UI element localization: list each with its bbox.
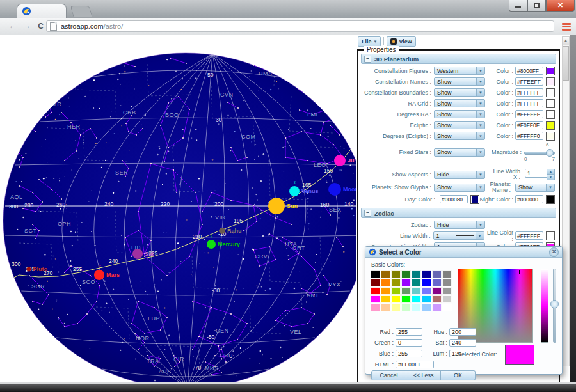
cancel-button[interactable]: Cancel <box>371 370 406 380</box>
planetarium-sphere[interactable]: LYRHERCRBBOOCVNUMALMICOMLEOSERAQLOPHSCTV… <box>0 35 356 382</box>
close-button[interactable]: ✕ <box>546 0 575 12</box>
palette-swatch[interactable] <box>391 270 401 278</box>
planets-name-dropdown[interactable]: Show▼ <box>515 184 555 192</box>
red-input[interactable]: 255 <box>396 328 422 336</box>
magnitude-slider[interactable]: 6 0 7 <box>524 148 555 157</box>
color-hex-input[interactable]: #FFEEFF <box>515 77 543 86</box>
blue-input[interactable]: 255 <box>396 350 422 357</box>
palette-swatch[interactable] <box>391 279 401 286</box>
palette-swatch[interactable] <box>381 295 390 303</box>
palette-swatch[interactable] <box>381 287 390 295</box>
palette-swatch[interactable] <box>371 270 380 278</box>
palette-swatch[interactable] <box>432 287 442 295</box>
value-dropdown[interactable]: Show▼ <box>434 99 485 107</box>
zodiac-line-color-swatch[interactable] <box>546 231 555 240</box>
value-dropdown[interactable]: Show▼ <box>434 77 485 86</box>
palette-swatch[interactable] <box>422 287 431 295</box>
maximize-button[interactable] <box>527 0 546 12</box>
luminance-bar[interactable] <box>541 269 548 343</box>
ok-button[interactable]: OK <box>441 370 476 380</box>
day-color-input[interactable]: #000080 <box>440 195 468 203</box>
dialog-titlebar[interactable]: Select a Color ✕ <box>365 247 562 258</box>
palette-swatch[interactable] <box>422 304 431 311</box>
palette-swatch[interactable] <box>371 304 380 311</box>
browser-tab[interactable] <box>17 4 67 18</box>
palette-swatch[interactable] <box>391 295 401 303</box>
color-swatch[interactable] <box>546 67 555 75</box>
palette-swatch[interactable] <box>432 279 442 286</box>
file-menu-button[interactable]: File▼ <box>358 36 381 47</box>
palette-swatch[interactable] <box>442 287 452 295</box>
color-hex-input[interactable]: #FFFFFF <box>515 88 543 97</box>
spin-up-icon[interactable]: ▲ <box>547 169 555 175</box>
palette-swatch[interactable] <box>371 287 380 295</box>
palette-swatch[interactable] <box>401 287 411 295</box>
line-width-x-spinner[interactable]: 1 ▲▼ <box>525 169 555 180</box>
color-hex-input[interactable]: #FFFFFF <box>515 110 543 118</box>
window-titlebar[interactable]: ✕ <box>0 0 576 19</box>
palette-swatch[interactable] <box>401 279 411 286</box>
palette-swatch[interactable] <box>381 304 390 311</box>
planet-moon[interactable] <box>328 183 341 196</box>
section-3d-planetarium[interactable]: − 3D Planetarium <box>361 54 556 64</box>
color-hex-input[interactable]: #8000FF <box>515 67 543 75</box>
url-bar[interactable]: astroapp.com/astro/ <box>46 20 554 32</box>
value-dropdown[interactable]: Western▼ <box>434 67 485 75</box>
planet-sun[interactable] <box>268 198 285 214</box>
palette-swatch[interactable] <box>401 270 411 278</box>
color-hex-input[interactable]: #FFFFF0 <box>515 132 543 140</box>
palette-swatch[interactable] <box>371 279 380 286</box>
palette-swatch[interactable] <box>391 304 401 311</box>
palette-swatch[interactable] <box>412 304 421 311</box>
palette-swatch[interactable] <box>401 295 411 303</box>
night-color-swatch[interactable] <box>546 195 555 204</box>
color-swatch[interactable] <box>546 132 555 141</box>
palette-swatch[interactable] <box>391 287 401 295</box>
palette-swatch[interactable] <box>412 270 421 278</box>
forward-button[interactable]: → <box>20 20 33 33</box>
collapse-icon[interactable]: − <box>364 210 371 217</box>
palette-swatch[interactable] <box>432 304 442 311</box>
planet-rahu[interactable] <box>219 228 225 234</box>
palette-swatch[interactable] <box>442 295 452 303</box>
palette-swatch[interactable] <box>422 270 431 278</box>
planet-venus[interactable] <box>289 186 300 196</box>
palette-swatch[interactable] <box>371 295 380 303</box>
html-input[interactable]: #FF00FF <box>396 361 434 368</box>
zodiac-dropdown[interactable]: Hide▼ <box>434 221 485 229</box>
planet-saturn[interactable] <box>132 249 143 259</box>
color-swatch[interactable] <box>546 121 555 130</box>
spin-down-icon[interactable]: ▼ <box>547 175 555 180</box>
palette-swatch[interactable] <box>442 304 452 311</box>
value-dropdown[interactable]: Show▼ <box>434 88 485 97</box>
new-tab-button[interactable] <box>70 6 93 17</box>
palette-swatch[interactable] <box>412 279 421 286</box>
green-input[interactable]: 0 <box>396 339 422 347</box>
color-swatch[interactable] <box>546 99 555 108</box>
palette-swatch[interactable] <box>442 270 452 278</box>
planet-pluto[interactable] <box>27 267 31 272</box>
color-hex-input[interactable]: #FFFFFF <box>515 99 543 107</box>
color-swatch[interactable] <box>546 77 555 86</box>
less-button[interactable]: << Less <box>406 370 441 380</box>
palette-swatch[interactable] <box>442 279 452 286</box>
palette-swatch[interactable] <box>432 270 442 278</box>
sat-input[interactable]: 240 <box>449 339 476 347</box>
planet-jupiter[interactable] <box>334 155 346 166</box>
day-color-swatch[interactable] <box>470 195 479 204</box>
zodiac-line-color-input[interactable]: #FFFFFF <box>515 231 543 240</box>
section-zodiac[interactable]: − Zodiac <box>361 208 556 218</box>
fixed-stars-dropdown[interactable]: Show▼ <box>434 148 485 157</box>
luminance-slider-handle[interactable] <box>550 300 559 308</box>
scroll-up-icon[interactable]: ▲ <box>563 37 569 45</box>
value-dropdown[interactable]: Show▼ <box>434 121 485 129</box>
palette-swatch[interactable] <box>432 295 442 303</box>
night-color-input[interactable]: #000000 <box>515 195 543 203</box>
palette-swatch[interactable] <box>412 287 421 295</box>
show-aspects-dropdown[interactable]: Hide▼ <box>434 171 485 179</box>
planets-glyphs-dropdown[interactable]: Show▼ <box>434 184 485 192</box>
browser-menu-icon[interactable] <box>562 23 571 31</box>
panel-scrollbar[interactable]: ▲ <box>562 36 570 366</box>
back-button[interactable]: ← <box>6 20 19 33</box>
scrollbar-thumb[interactable] <box>563 46 569 81</box>
